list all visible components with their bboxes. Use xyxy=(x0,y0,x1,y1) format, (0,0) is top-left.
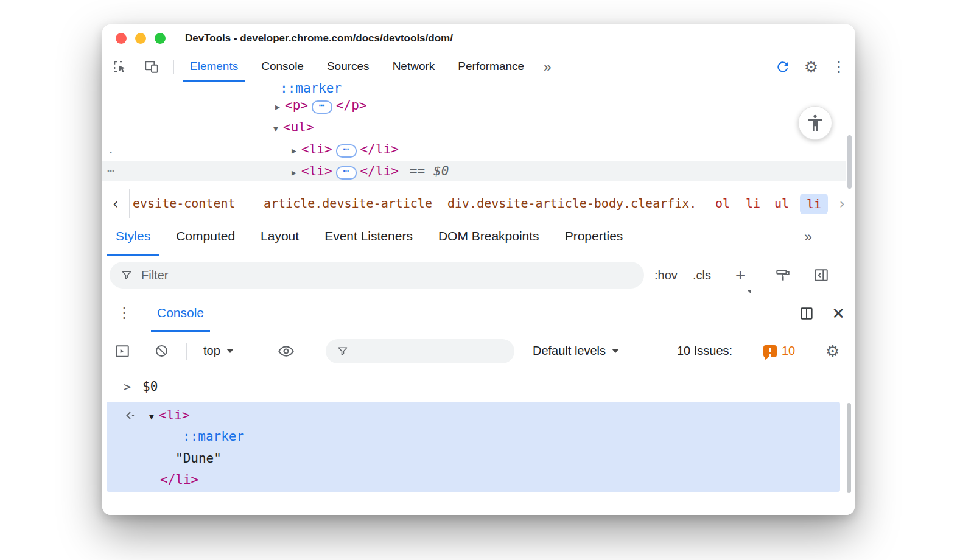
tag-open: <li> xyxy=(301,142,332,156)
gear-glyph: ⚙ xyxy=(825,343,839,359)
context-selector[interactable]: top xyxy=(203,332,234,370)
accessibility-button[interactable] xyxy=(798,106,832,140)
tab-styles[interactable]: Styles xyxy=(107,218,159,256)
ellipsis-icon[interactable]: ⋯ xyxy=(336,166,357,180)
dropdown-caret-icon xyxy=(226,349,234,353)
tab-elements[interactable]: Elements xyxy=(183,52,245,82)
dropdown-caret-icon xyxy=(612,349,619,353)
sync-icon[interactable] xyxy=(775,59,791,75)
elements-tree-panel: ::marker ▶<p>⋯</p> ▼<ul> . ▶<li>⋯</li> ⋯… xyxy=(102,82,855,189)
tree-node-p[interactable]: ▶<p>⋯</p> xyxy=(102,95,846,116)
styles-filter-row: Filter :hov .cls + xyxy=(102,256,855,296)
issues-counter[interactable]: 10 xyxy=(763,332,795,370)
tab-event-listeners[interactable]: Event Listeners xyxy=(316,218,421,256)
log-levels-selector[interactable]: Default levels xyxy=(533,332,619,370)
breadcrumb-item-ul[interactable]: ul xyxy=(774,189,789,218)
tag-open: <ul> xyxy=(283,120,314,135)
ellipsis-icon[interactable]: ⋯ xyxy=(336,144,357,158)
console-filter-input[interactable] xyxy=(326,339,514,363)
expand-arrow-icon[interactable]: ▶ xyxy=(292,141,301,161)
tag-close: </li> xyxy=(360,164,399,178)
close-drawer-icon[interactable]: ✕ xyxy=(832,306,845,321)
breadcrumb-item-devsite-content[interactable]: evsite-content xyxy=(133,189,236,218)
result-node-text[interactable]: "Dune" xyxy=(175,448,222,469)
breadcrumb-item-li[interactable]: li xyxy=(746,189,760,218)
minimize-window-button[interactable] xyxy=(135,33,146,44)
breadcrumb-scroll-left-icon[interactable]: ‹ xyxy=(102,189,130,218)
console-scrollbar-thumb[interactable] xyxy=(847,403,851,493)
issues-label: 10 Issues: xyxy=(677,332,732,370)
breadcrumb-item-div[interactable]: div.devsite-article-body.clearfix. xyxy=(447,189,696,218)
new-style-rule-button[interactable]: + xyxy=(735,256,745,295)
collapse-arrow-icon[interactable]: ▼ xyxy=(149,406,159,427)
pseudo-element-label: ::marker xyxy=(280,82,342,96)
breadcrumb-scroll-right-icon[interactable]: › xyxy=(829,189,855,218)
tab-network[interactable]: Network xyxy=(385,52,443,82)
tag-open: <li> xyxy=(301,164,332,178)
breadcrumb-item-article[interactable]: article.devsite-article xyxy=(264,189,432,218)
split-panel-icon[interactable] xyxy=(799,306,815,321)
window-title: DevTools - developer.chrome.com/docs/dev… xyxy=(185,32,453,44)
drawer-kebab-menu-icon[interactable]: ⋮ xyxy=(117,306,131,320)
tag-close: </li> xyxy=(160,472,198,487)
live-expression-eye-icon[interactable] xyxy=(278,332,295,370)
rendering-emulation-icon[interactable] xyxy=(775,256,791,295)
console-result-block[interactable]: ▼<li> ::marker "Dune" </li> xyxy=(107,402,840,492)
tag-open: <li> xyxy=(159,408,190,422)
console-toolbar: top Default levels 10 Issues: 10 xyxy=(102,332,855,371)
tab-dom-breakpoints[interactable]: DOM Breakpoints xyxy=(430,218,548,256)
console-sidebar-icon[interactable] xyxy=(114,332,130,370)
more-panels-icon[interactable]: » xyxy=(540,59,554,75)
gutter-ellipsis: ⋯ xyxy=(107,161,114,181)
close-window-button[interactable] xyxy=(116,33,127,44)
result-node-li-open[interactable]: ▼<li> xyxy=(149,405,190,426)
toolbar-divider xyxy=(312,343,312,360)
command-prompt-icon: > xyxy=(124,376,131,397)
tab-sources[interactable]: Sources xyxy=(320,52,377,82)
tab-console[interactable]: Console xyxy=(254,52,311,82)
expand-arrow-icon[interactable]: ▶ xyxy=(275,97,285,117)
collapse-arrow-icon[interactable]: ▼ xyxy=(273,119,283,139)
ellipsis-icon[interactable]: ⋯ xyxy=(312,100,332,114)
clear-console-icon[interactable] xyxy=(154,332,169,370)
result-node-li-close[interactable]: </li> xyxy=(160,469,198,491)
toolbar-divider xyxy=(173,60,174,74)
tab-layout[interactable]: Layout xyxy=(252,218,307,256)
context-selector-label: top xyxy=(203,344,220,358)
tab-performance[interactable]: Performance xyxy=(450,52,531,82)
console-settings-gear-icon[interactable]: ⚙ xyxy=(825,332,839,370)
inspect-element-icon[interactable] xyxy=(112,59,128,75)
issue-badge-icon xyxy=(763,345,777,357)
toolbar-right-controls: ⚙ ⋮ xyxy=(775,52,846,82)
plus-dropdown-caret xyxy=(747,290,751,293)
filter-funnel-icon xyxy=(337,345,349,357)
toggle-hover-state-button[interactable]: :hov xyxy=(654,256,678,295)
styles-filter-input[interactable]: Filter xyxy=(110,262,644,289)
tag-close: </p> xyxy=(336,98,367,113)
result-node-marker[interactable]: ::marker xyxy=(183,426,244,447)
dollar-zero-ref: $0 xyxy=(433,164,449,178)
tab-computed[interactable]: Computed xyxy=(167,218,244,256)
drawer-tab-console[interactable]: Console xyxy=(151,295,210,332)
pseudo-element-label: ::marker xyxy=(183,429,244,444)
tag-close: </li> xyxy=(360,142,399,156)
filter-placeholder: Filter xyxy=(141,268,168,282)
device-toolbar-icon[interactable] xyxy=(144,59,159,75)
breadcrumb-item-li-selected[interactable]: li xyxy=(800,194,828,214)
settings-gear-icon[interactable]: ⚙ xyxy=(804,59,818,75)
tree-node-li-selected[interactable]: ⋯ ▶<li>⋯</li>==$0 xyxy=(102,161,846,181)
tab-properties[interactable]: Properties xyxy=(556,218,632,256)
accessibility-icon xyxy=(805,113,825,133)
expand-arrow-icon[interactable]: ▶ xyxy=(292,163,301,183)
tree-node-li-1[interactable]: . ▶<li>⋯</li> xyxy=(102,139,846,159)
log-levels-label: Default levels xyxy=(533,344,606,358)
returned-value-icon xyxy=(125,410,136,421)
tree-scrollbar-thumb[interactable] xyxy=(847,135,852,189)
dock-sidebar-icon[interactable] xyxy=(813,256,829,295)
more-tabs-icon[interactable]: » xyxy=(801,218,815,256)
tree-node-ul[interactable]: ▼<ul> xyxy=(102,117,846,138)
toggle-class-button[interactable]: .cls xyxy=(693,256,711,295)
kebab-menu-icon[interactable]: ⋮ xyxy=(832,60,846,74)
zoom-window-button[interactable] xyxy=(155,33,166,44)
breadcrumb-item-ol[interactable]: ol xyxy=(715,189,730,218)
